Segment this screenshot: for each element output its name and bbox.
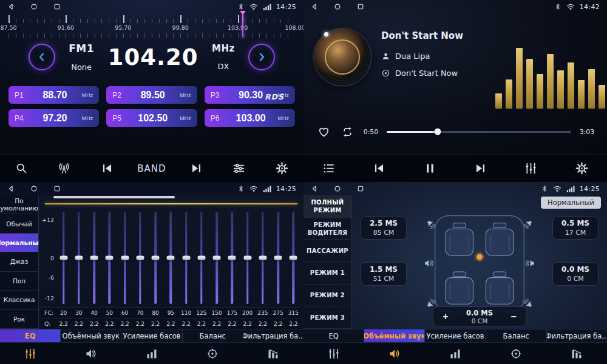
- fc-value: 110: [178, 310, 194, 316]
- repeat-button[interactable]: [339, 124, 355, 140]
- frequency-ruler[interactable]: 87.5091.6095.7099.80103.90108.00: [8, 15, 295, 38]
- home-icon[interactable]: [30, 185, 38, 192]
- delay-minus-button[interactable]: −: [507, 310, 520, 323]
- scan-button[interactable]: [8, 157, 34, 181]
- audio-tab[interactable]: Усиление басов: [121, 329, 182, 342]
- seek-down-button[interactable]: [29, 44, 55, 70]
- seek-up-button[interactable]: [248, 44, 275, 70]
- balance-tab-button[interactable]: [182, 343, 243, 364]
- surround-mode-item[interactable]: ПОЛНЫЙ РЕЖИМ: [304, 195, 351, 218]
- delay-rear-right[interactable]: 0.0 MS 0 CM: [552, 262, 599, 286]
- home-icon[interactable]: [334, 3, 341, 10]
- fc-value: 50: [102, 310, 117, 316]
- eq-band-slider[interactable]: [56, 210, 71, 306]
- filter-tab-button[interactable]: [243, 343, 304, 364]
- eq-preset-item[interactable]: Обычай: [0, 214, 38, 233]
- preset-button[interactable]: P4 97.20 MHz: [8, 109, 99, 127]
- audio-tab[interactable]: Фильтрация ба...: [243, 329, 304, 342]
- eq-tab-button[interactable]: [0, 343, 61, 364]
- home-icon[interactable]: [334, 185, 341, 192]
- surround-mode-item[interactable]: РЕЖИМ ВОДИТЕЛЯ: [304, 218, 351, 240]
- audio-tab[interactable]: Объёмный звук: [61, 329, 121, 342]
- settings-button[interactable]: [270, 157, 295, 181]
- recents-icon[interactable]: [357, 3, 364, 10]
- progress-bar[interactable]: [387, 131, 571, 133]
- surround-mode-item[interactable]: ПАССАЖИР: [304, 240, 351, 262]
- eq-band-slider[interactable]: [209, 210, 225, 306]
- surround-tab-button[interactable]: [364, 343, 425, 364]
- home-icon[interactable]: [30, 3, 38, 10]
- preset-button[interactable]: P1 88.70 MHz: [8, 86, 99, 104]
- delay-plus-button[interactable]: +: [439, 310, 452, 323]
- bass-boost-tab-button[interactable]: [425, 343, 486, 364]
- eq-scrollbar[interactable]: [53, 196, 175, 198]
- settings-button[interactable]: [569, 157, 594, 181]
- eq-preset-item[interactable]: Поп: [0, 272, 38, 291]
- preset-button[interactable]: P2 89.50 MHz: [106, 86, 197, 104]
- eq-tab-button[interactable]: [304, 343, 364, 364]
- audio-tab[interactable]: EQ: [0, 329, 61, 342]
- surround-tab-button[interactable]: [61, 343, 121, 364]
- eq-band-slider[interactable]: [71, 210, 86, 306]
- eq-preset-item[interactable]: Классика: [0, 291, 38, 309]
- profile-button[interactable]: Нормальный: [541, 197, 601, 209]
- prev-station-button[interactable]: [95, 157, 120, 181]
- eq-band-slider[interactable]: [271, 210, 286, 306]
- album-art: [313, 28, 371, 86]
- audio-tab[interactable]: EQ: [304, 329, 364, 342]
- eq-band-slider[interactable]: [286, 210, 301, 306]
- eq-band-slider[interactable]: [117, 210, 132, 306]
- eq-band-slider[interactable]: [163, 210, 178, 306]
- audio-tab[interactable]: Объёмный звук: [364, 329, 425, 342]
- filter-tab-button[interactable]: [546, 343, 607, 364]
- delay-rear-left[interactable]: 1.5 MS 51 CM: [361, 262, 407, 286]
- back-icon[interactable]: [311, 3, 318, 10]
- back-icon[interactable]: [311, 185, 318, 192]
- back-icon[interactable]: [7, 3, 15, 10]
- eq-band-slider[interactable]: [102, 210, 117, 306]
- recents-icon[interactable]: [357, 185, 364, 192]
- preset-button[interactable]: P5 102.50 MHz: [106, 109, 197, 127]
- next-track-button[interactable]: [468, 157, 493, 181]
- eq-band-slider[interactable]: [178, 210, 194, 306]
- audio-tab[interactable]: Фильтрация ба...: [547, 329, 607, 342]
- playlist-button[interactable]: [316, 157, 342, 181]
- recents-icon[interactable]: [53, 185, 61, 192]
- delay-front-left[interactable]: 2.5 MS 85 CM: [361, 216, 407, 240]
- back-icon[interactable]: [7, 185, 15, 192]
- eq-preset-item[interactable]: Нормальный: [0, 234, 38, 252]
- eq-band-slider[interactable]: [194, 210, 209, 306]
- balance-icon: [510, 348, 522, 360]
- broadcast-button[interactable]: [52, 157, 77, 181]
- delay-front-right[interactable]: 0.5 MS 17 CM: [552, 216, 599, 240]
- recents-icon[interactable]: [53, 3, 61, 10]
- eq-band-slider[interactable]: [240, 210, 255, 306]
- eq-preset-item[interactable]: Джаз: [0, 252, 38, 271]
- audio-tab[interactable]: Баланс: [183, 329, 243, 342]
- eq-preset-item[interactable]: Рок: [0, 310, 38, 329]
- eq-band-slider[interactable]: [132, 210, 148, 306]
- eq-band-slider[interactable]: [255, 210, 270, 306]
- surround-mode-item[interactable]: РЕЖИМ 1: [304, 262, 351, 285]
- surround-mode-item[interactable]: РЕЖИМ 3: [304, 306, 351, 329]
- band-button[interactable]: BAND: [137, 157, 166, 181]
- audio-tab[interactable]: Усиление басов: [425, 329, 486, 342]
- surround-mode-item[interactable]: РЕЖИМ 2: [304, 285, 351, 307]
- progress-knob[interactable]: [434, 129, 441, 135]
- eq-band-slider[interactable]: [148, 210, 163, 306]
- next-station-button[interactable]: [183, 157, 209, 181]
- prev-track-button[interactable]: [367, 157, 392, 181]
- tuner-settings-button[interactable]: [226, 157, 252, 181]
- pause-button[interactable]: [417, 157, 443, 181]
- skip-next-icon: [474, 162, 487, 175]
- audio-tab[interactable]: Баланс: [486, 329, 547, 342]
- eq-band-slider[interactable]: [87, 210, 102, 306]
- balance-tab-button[interactable]: [486, 343, 546, 364]
- audio-settings-button[interactable]: [518, 157, 544, 181]
- signal-icon: [566, 186, 575, 192]
- eq-band-slider[interactable]: [225, 210, 240, 306]
- favorite-button[interactable]: [316, 124, 331, 140]
- bass-boost-tab-button[interactable]: [121, 343, 182, 364]
- eq-preset-item[interactable]: По умолчанию: [0, 195, 38, 214]
- preset-button[interactable]: P6 103.00 MHz: [205, 109, 295, 127]
